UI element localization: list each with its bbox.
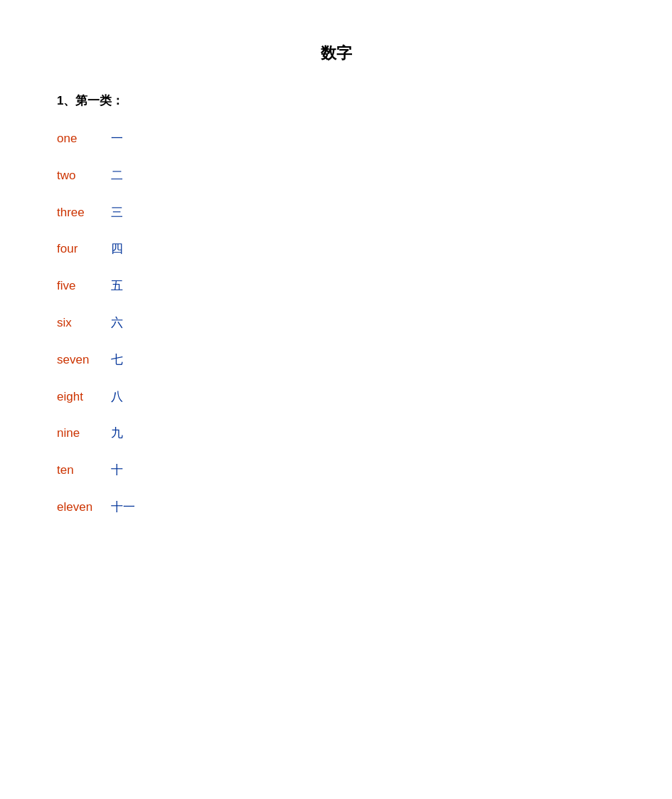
- chinese-char: 七: [111, 351, 123, 369]
- english-word: eight: [57, 388, 107, 406]
- chinese-char: 一: [111, 130, 123, 147]
- english-word: eleven: [57, 499, 107, 516]
- number-list: one一two二three三four四five五six六seven七eight八…: [57, 130, 615, 516]
- english-word: one: [57, 130, 107, 147]
- list-item: five五: [57, 277, 615, 295]
- english-word: nine: [57, 425, 107, 442]
- list-item: six六: [57, 314, 615, 332]
- english-word: three: [57, 204, 107, 221]
- english-word: seven: [57, 351, 107, 369]
- list-item: one一: [57, 130, 615, 147]
- list-item: three三: [57, 204, 615, 221]
- list-item: eight八: [57, 388, 615, 406]
- english-word: five: [57, 277, 107, 295]
- chinese-char: 十一: [111, 499, 135, 516]
- chinese-char: 四: [111, 240, 123, 258]
- english-word: ten: [57, 462, 107, 479]
- chinese-char: 八: [111, 388, 123, 406]
- list-item: four四: [57, 240, 615, 258]
- section-heading: 1、第一类：: [57, 92, 615, 109]
- list-item: eleven十一: [57, 499, 615, 516]
- list-item: seven七: [57, 351, 615, 369]
- list-item: nine九: [57, 425, 615, 442]
- chinese-char: 五: [111, 277, 123, 295]
- english-word: four: [57, 240, 107, 258]
- chinese-char: 二: [111, 167, 123, 184]
- english-word: two: [57, 167, 107, 184]
- page-title: 数字: [57, 43, 615, 64]
- english-word: six: [57, 314, 107, 332]
- chinese-char: 十: [111, 462, 123, 479]
- list-item: two二: [57, 167, 615, 184]
- list-item: ten十: [57, 462, 615, 479]
- chinese-char: 三: [111, 204, 123, 221]
- chinese-char: 六: [111, 314, 123, 332]
- chinese-char: 九: [111, 425, 123, 442]
